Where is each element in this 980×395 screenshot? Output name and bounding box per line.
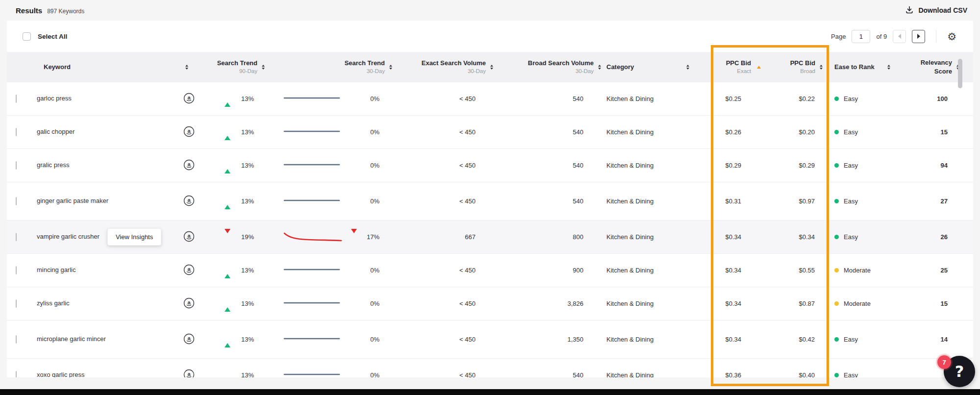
trend-30-value: 0% [370,128,379,136]
row-checkbox[interactable] [16,161,17,170]
trend-30-value: 0% [370,371,379,377]
trend-90-value: 13% [241,95,254,102]
page-number-input[interactable] [852,30,870,43]
svg-text:a: a [187,161,191,167]
table-row[interactable]: ginger garlic paste maker a 13% 0% < 450… [7,182,973,221]
sparkline-chart [282,166,341,173]
svg-text:a: a [187,299,191,305]
ease-status-dot [834,268,839,272]
sort-icon[interactable] [185,65,188,70]
trend-arrow-icon [351,233,357,241]
table-row[interactable]: gralic press a 13% 0% < 450 540 Kitchen [7,149,973,182]
row-checkbox[interactable] [16,233,17,241]
table-row[interactable]: vampire garlic crusher View Insights a 1… [7,221,973,254]
question-mark-icon: ? [955,362,964,381]
table-row[interactable]: mincing garlic a 13% 0% < 450 900 Kitch [7,254,973,287]
next-page-button[interactable] [912,30,925,43]
trend-90-value: 13% [241,371,254,377]
sort-ascending-active-icon[interactable] [757,66,761,69]
ppc-bid-broad-value: $0.55 [771,267,829,274]
column-header-search-trend-30[interactable]: Search Trend30-Day [265,59,392,75]
exact-search-volume-value: < 450 [392,198,480,205]
ease-status-dot [834,199,839,203]
trend-30-value: 0% [370,95,379,102]
relevancy-score-value: 94 [913,162,973,169]
broad-search-volume-value: 540 [480,128,588,136]
previous-page-button[interactable] [893,30,906,43]
gear-icon[interactable]: ⚙ [947,31,956,42]
relevancy-score-value: 15 [913,128,973,136]
column-header-ppc-bid-exact[interactable]: PPC BidExact [712,59,771,75]
sort-icon[interactable] [820,65,823,70]
sort-icon[interactable] [887,65,890,70]
select-all-checkbox[interactable] [23,32,31,41]
table-row[interactable]: galic chopper a 13% 0% < 450 540 Kitche [7,116,973,149]
results-summary: Results 897 Keywords [16,6,84,15]
amazon-marketplace-icon: a [183,264,195,277]
trend-arrow-icon [225,95,230,102]
row-checkbox[interactable] [16,95,17,103]
row-checkbox[interactable] [16,128,17,136]
table-row[interactable]: xoxo garlic press a 13% 0% < 450 540 Ki [7,359,973,377]
relevancy-score-value: 27 [913,198,973,205]
amazon-marketplace-icon: a [183,159,195,172]
ppc-bid-exact-value: $0.34 [712,336,771,343]
download-csv-button[interactable]: Download CSV [905,5,967,16]
top-bar: Results 897 Keywords Download CSV [0,0,980,21]
row-checkbox[interactable] [16,266,17,274]
sparkline-chart [282,237,343,245]
results-title: Results [16,6,42,15]
help-chat-button[interactable]: ? 7 [944,356,975,387]
table-row[interactable]: microplane garlic mincer a 13% 0% < 450 … [7,321,973,359]
pagination: Page of 9 ⚙ [831,30,956,43]
relevancy-score-value: 14 [913,336,973,343]
trend-30-value: 17% [367,233,379,241]
keyword-text: mincing garlic [37,265,75,275]
broad-search-volume-value: 540 [480,95,588,102]
row-checkbox[interactable] [16,299,17,308]
table-toolbar: Select All Page of 9 ⚙ [7,21,973,52]
amazon-marketplace-icon: a [183,93,195,105]
amazon-marketplace-icon: a [183,369,195,378]
sort-icon[interactable] [686,65,689,70]
column-header-category[interactable]: Category [588,63,712,72]
row-checkbox[interactable] [16,371,17,377]
ease-to-rank-value: Easy [844,95,858,102]
ppc-bid-broad-value: $0.40 [771,371,829,377]
table-row[interactable]: garloc press a 13% 0% < 450 540 Kitchen [7,82,973,116]
broad-search-volume-value: 3,826 [480,300,588,307]
ppc-bid-exact-value: $0.25 [712,95,771,102]
broad-search-volume-value: 540 [480,198,588,205]
table-body: garloc press a 13% 0% < 450 540 Kitchen [7,82,973,377]
ease-to-rank-value: Moderate [844,300,871,307]
trend-arrow-icon [225,128,230,136]
select-all-label: Select All [38,33,67,40]
column-header-search-trend-90[interactable]: Search Trend90-Day [201,59,265,75]
table-header-row: Keyword Search Trend90-Day Search Trend3… [7,52,973,82]
category-value: Kitchen & Dining [588,336,712,343]
table-row[interactable]: zyliss garlic a 13% 0% < 450 3,826 Kitc [7,287,973,321]
ppc-bid-broad-value: $0.29 [771,162,829,169]
ease-to-rank-value: Easy [844,371,858,377]
column-header-exact-search-volume[interactable]: Exact Search Volume30-Day [392,59,480,75]
ease-status-dot [834,163,839,168]
relevancy-score-value: 15 [913,300,973,307]
ease-status-dot [834,373,839,377]
vertical-scrollbar-thumb[interactable] [958,59,962,88]
category-value: Kitchen & Dining [588,300,712,307]
column-header-broad-search-volume[interactable]: Broad Search Volume30-Day [480,59,588,75]
column-header-ease-to-rank[interactable]: Ease to Rank [829,63,913,72]
row-checkbox[interactable] [16,197,17,205]
results-panel: Select All Page of 9 ⚙ Keyword Search Tr… [7,21,973,377]
ppc-bid-broad-value: $0.97 [771,198,829,205]
trend-30-value: 0% [370,198,379,205]
select-all-control[interactable]: Select All [23,32,67,41]
keyword-text: ginger garlic paste maker [37,196,108,206]
column-header-keyword[interactable]: Keyword [7,63,201,72]
row-checkbox[interactable] [16,335,17,344]
svg-text:a: a [187,232,191,238]
page-label: Page [831,33,846,40]
view-insights-button[interactable]: View Insights [107,228,161,246]
column-header-ppc-bid-broad[interactable]: PPC BidBroad [771,59,829,75]
column-header-relevancy-score[interactable]: Relevancy Score [913,58,973,75]
